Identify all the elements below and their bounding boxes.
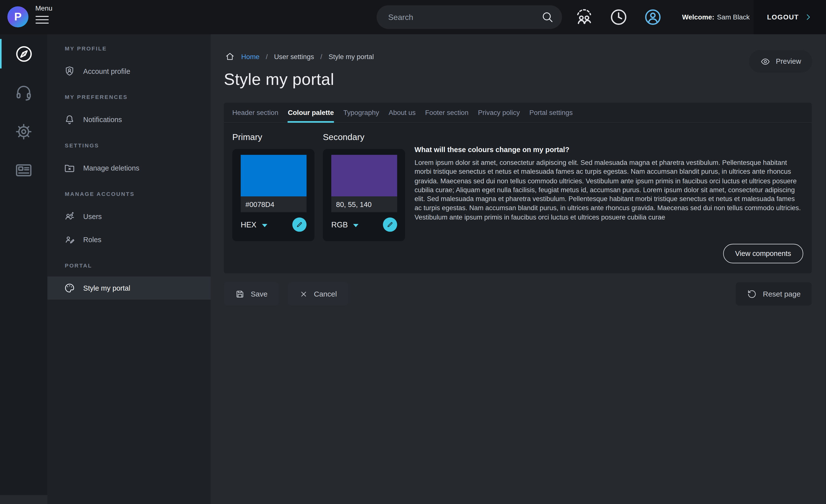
breadcrumb-home[interactable]: Home (241, 52, 259, 60)
sidebar-group-portal: PORTAL (48, 251, 211, 276)
breadcrumb: Home / User settings / Style my portal (225, 51, 374, 62)
activity-gauge-icon[interactable] (608, 7, 629, 28)
primary-format-select[interactable]: HEX (241, 220, 268, 229)
primary-format-row: HEX (241, 217, 307, 232)
sidebar-item-manage-deletions[interactable]: Manage deletions (48, 156, 211, 180)
cancel-button[interactable]: Cancel (288, 282, 348, 305)
folder-delete-icon (64, 162, 75, 174)
breadcrumb-separator: / (266, 52, 268, 60)
user-name: Sam Black (717, 13, 750, 21)
preview-label: Preview (776, 57, 801, 65)
logout-button[interactable]: LOGOUT (754, 0, 826, 34)
close-icon (299, 290, 308, 298)
rail-item-portal-pages[interactable] (0, 151, 48, 190)
search-icon[interactable] (541, 11, 553, 23)
user-groups-icon[interactable] (574, 7, 595, 28)
topbar-icons (574, 0, 663, 34)
preview-button[interactable]: Preview (749, 50, 812, 73)
sidebar-item-label: Account profile (83, 67, 130, 75)
reset-page-button[interactable]: Reset page (736, 282, 812, 305)
tab-colour-palette[interactable]: Colour palette (288, 103, 334, 122)
reset-label: Reset page (763, 290, 801, 298)
secondary-format-row: RGB (331, 217, 397, 232)
tab-footer-section[interactable]: Footer section (425, 103, 468, 122)
app-root: P Menu (0, 0, 826, 504)
format-label: HEX (241, 220, 256, 229)
breadcrumb-current: Style my portal (329, 52, 374, 60)
secondary-format-select[interactable]: RGB (331, 220, 359, 229)
sidebar-group-manage-accounts: MANAGE ACCOUNTS (48, 180, 211, 205)
pencil-icon (386, 221, 394, 229)
gear-icon (14, 122, 33, 141)
home-icon[interactable] (225, 51, 235, 62)
rail-item-settings[interactable] (0, 112, 48, 151)
logout-label: LOGOUT (767, 13, 799, 21)
menu-label: Menu (35, 4, 52, 12)
secondary-heading: Secondary (323, 132, 405, 143)
edit-secondary-colour-button[interactable] (383, 217, 397, 232)
user-profile-icon[interactable] (642, 7, 663, 28)
sidebar-item-label: Manage deletions (83, 164, 139, 172)
save-button[interactable]: Save (224, 282, 279, 305)
save-icon (235, 289, 245, 299)
tab-bar: Header section Colour palette Typography… (224, 103, 812, 123)
style-panel: Header section Colour palette Typography… (224, 103, 812, 273)
colour-info-body: Lorem ipsum dolor sit amet, consectetur … (414, 158, 801, 222)
search-bar (376, 5, 562, 29)
tab-portal-settings[interactable]: Portal settings (529, 103, 573, 122)
welcome-text: Welcome: Sam Black (682, 0, 750, 34)
sidebar-item-account-profile[interactable]: Account profile (48, 60, 211, 83)
hamburger-icon (35, 15, 52, 24)
users-icon (64, 211, 75, 222)
reset-icon (747, 289, 757, 299)
sidebar-item-notifications[interactable]: Notifications (48, 108, 211, 131)
breadcrumb-user-settings[interactable]: User settings (274, 52, 314, 60)
secondary-colour-card: 80, 55, 140 RGB (323, 149, 405, 241)
sidebar-item-label: Style my portal (83, 284, 130, 292)
colour-info-heading: What will these colours change on my por… (414, 146, 801, 154)
primary-colour-value: #0078D4 (241, 196, 307, 212)
secondary-colour-swatch[interactable] (331, 155, 397, 196)
chevron-down-icon (261, 223, 268, 228)
primary-colour-swatch[interactable] (241, 155, 307, 196)
sidebar-group-my-profile: MY PROFILE (48, 41, 211, 60)
brand-logo[interactable]: P (7, 6, 28, 27)
compass-icon (14, 44, 34, 63)
primary-colour-column: Primary #0078D4 HEX (232, 132, 314, 273)
monitor-card-icon (14, 161, 33, 180)
sidebar: MY PROFILE Account profile MY PREFERENCE… (48, 34, 211, 504)
tab-privacy-policy[interactable]: Privacy policy (478, 103, 520, 122)
sidebar-item-users[interactable]: Users (48, 205, 211, 228)
menu-toggle[interactable]: Menu (35, 4, 52, 24)
sidebar-item-label: Roles (83, 236, 101, 244)
sidebar-group-my-preferences: MY PREFERENCES (48, 83, 211, 108)
icon-rail (0, 34, 48, 495)
sidebar-item-roles[interactable]: Roles (48, 228, 211, 251)
view-components-label: View components (735, 250, 791, 257)
palette-icon (64, 282, 75, 294)
page-actions: Save Cancel Reset page (224, 282, 812, 305)
view-components-button[interactable]: View components (723, 244, 803, 263)
brand-letter: P (14, 11, 22, 23)
edit-primary-colour-button[interactable] (292, 217, 307, 232)
eye-icon (760, 56, 771, 67)
tab-typography[interactable]: Typography (343, 103, 379, 122)
tab-about-us[interactable]: About us (389, 103, 416, 122)
chevron-right-icon (804, 12, 813, 21)
rail-item-support[interactable] (0, 73, 48, 112)
rail-item-dashboard[interactable] (0, 34, 48, 73)
top-bar: P Menu (0, 0, 826, 34)
breadcrumb-separator: / (320, 52, 322, 60)
page-title: Style my portal (224, 70, 334, 89)
save-label: Save (251, 290, 268, 298)
secondary-colour-value: 80, 55, 140 (331, 196, 397, 212)
sidebar-item-style-my-portal[interactable]: Style my portal (48, 276, 211, 300)
sidebar-group-settings: SETTINGS (48, 131, 211, 156)
cancel-label: Cancel (314, 290, 337, 298)
tab-header-section[interactable]: Header section (232, 103, 278, 122)
format-label: RGB (331, 220, 348, 229)
search-input[interactable] (388, 12, 541, 21)
secondary-colour-column: Secondary 80, 55, 140 RGB (323, 132, 405, 273)
bell-icon (64, 114, 75, 125)
sidebar-item-label: Users (83, 212, 102, 220)
